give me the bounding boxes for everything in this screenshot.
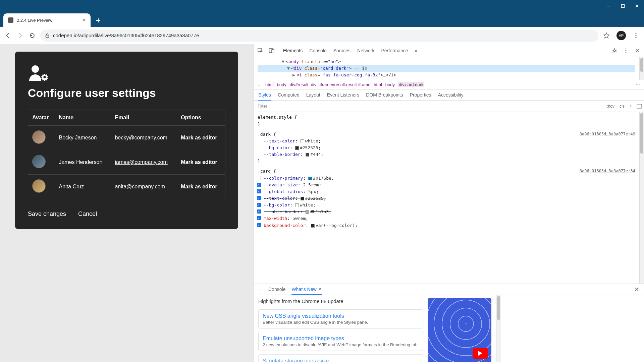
tab-close-button[interactable]: ✕ [82,17,86,23]
profile-avatar[interactable]: AP [616,31,626,40]
lock-icon [45,33,50,38]
svg-point-9 [635,37,636,38]
browser-tab[interactable]: 2.2.4 Live Preview ✕ [3,13,91,27]
svg-rect-1 [622,5,625,8]
svg-rect-6 [46,35,49,38]
svg-point-7 [635,33,636,34]
tab-title: 2.2.4 Live Preview [17,18,78,23]
tab-strip: 2.2.4 Live Preview ✕ [0,12,644,27]
new-tab-button[interactable] [93,15,103,25]
browser-menu-button[interactable] [632,32,640,40]
window-close-button[interactable] [635,4,639,8]
bookmark-star-button[interactable] [602,32,610,40]
address-bar: codepen.io/adipurdila/live/8a96c01305df6… [0,27,644,44]
back-button[interactable] [4,32,12,40]
url-text: codepen.io/adipurdila/live/8a96c01305df6… [53,33,199,38]
favicon-icon [8,17,13,23]
window-titlebar [0,0,644,12]
forward-button[interactable] [16,32,24,40]
svg-point-8 [635,35,636,36]
reload-button[interactable] [28,32,36,40]
window-minimize-button[interactable] [606,4,611,8]
window-maximize-button[interactable] [621,4,625,8]
url-box[interactable]: codepen.io/adipurdila/live/8a96c01305df6… [40,29,598,42]
